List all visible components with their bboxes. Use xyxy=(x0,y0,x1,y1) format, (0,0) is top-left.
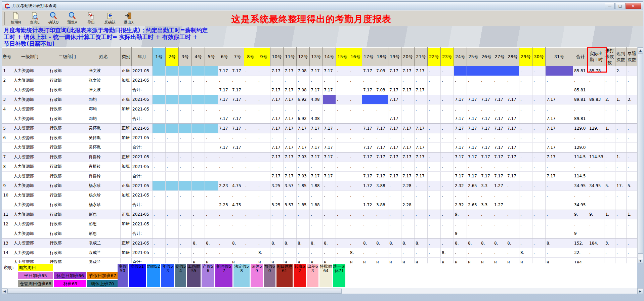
day-cell: . xyxy=(297,162,310,172)
day-cell: 7.17 xyxy=(454,143,467,153)
new-button[interactable]: 新增N xyxy=(6,11,25,26)
day-cell: 1.88 xyxy=(310,200,323,210)
day-cell xyxy=(532,200,546,210)
total-cell: . xyxy=(604,219,615,229)
total-cell: 34.95 xyxy=(573,200,588,210)
day-cell: 7.17 xyxy=(415,124,428,133)
dept2-cell: 行政部 xyxy=(48,85,87,95)
day-cell: 8 xyxy=(454,258,467,264)
close-button[interactable]: × xyxy=(626,3,641,9)
day-cell: . xyxy=(388,76,401,85)
type-cell: 正班 xyxy=(121,66,132,76)
day-cell: . xyxy=(349,210,362,219)
day-cell xyxy=(375,114,388,124)
horizontal-scroll-thumb[interactable] xyxy=(7,289,342,294)
day-cell: . xyxy=(428,162,441,172)
day-cell xyxy=(166,85,179,95)
day-cell: 8 xyxy=(401,258,415,264)
table-row: 人力资源部行政部张文波合计:7.177.177.177.177.087.177.… xyxy=(2,85,638,95)
day-cell: . xyxy=(323,210,336,219)
row-number-cell xyxy=(2,85,12,95)
day-cell: 7.17 xyxy=(218,95,231,104)
table-row: 人力资源部行政部袁成兰合计:88888888888888888888888184 xyxy=(2,258,638,264)
type-cell: 正班 xyxy=(121,181,132,191)
toolbar-grip[interactable] xyxy=(3,12,5,25)
preview-button[interactable]: 预览V xyxy=(63,11,82,26)
unconfirm-button[interactable]: 反确认 xyxy=(100,11,119,26)
day-cell: 1.72 xyxy=(362,181,375,191)
day-cell: . xyxy=(375,190,388,200)
day-cell: . xyxy=(349,162,362,172)
scroll-right-button[interactable]: ▶ xyxy=(637,288,643,294)
confirm-button[interactable]: 确认Q xyxy=(44,11,63,26)
day-cell: 7.17 xyxy=(388,152,401,162)
scroll-up-button[interactable]: ▲ xyxy=(638,47,643,53)
day-cell: 8. xyxy=(310,239,323,248)
legend-item: 调休上班70 xyxy=(87,280,118,287)
day-cell: . xyxy=(428,181,441,191)
query-button[interactable]: 查询L xyxy=(25,11,44,26)
report-grid: 序号一级部门二级部门姓名类别年月1号2号3号4号5号6号7号8号9号10号11号… xyxy=(2,47,637,263)
dept2-cell: 行政部 xyxy=(48,95,87,104)
name-cell: 邓均 xyxy=(87,95,121,104)
day-cell xyxy=(441,143,454,153)
day-cell: . xyxy=(519,133,532,143)
horizontal-scrollbar[interactable]: ◀ ▶ xyxy=(2,288,643,294)
day-cell: 7.17 xyxy=(218,124,231,133)
day-cell: . xyxy=(179,104,192,114)
scroll-left-button[interactable]: ◀ xyxy=(2,288,7,294)
day-cell xyxy=(415,229,428,239)
type-cell xyxy=(121,229,132,239)
total-cell xyxy=(604,258,615,264)
day-cell: 7.08 xyxy=(297,66,310,76)
day-cell: 7.17 xyxy=(467,95,480,104)
day-cell: . xyxy=(336,95,349,104)
column-header: 合计 xyxy=(573,48,588,66)
dept2-cell: 行政部 xyxy=(48,200,87,210)
dept1-cell: 人力资源部 xyxy=(12,181,48,191)
maximize-button[interactable]: □ xyxy=(615,3,625,9)
day-cell: 7.17 xyxy=(401,66,415,76)
day-cell xyxy=(244,258,257,264)
export-button[interactable]: 导出 xyxy=(82,11,100,26)
day-cell xyxy=(257,143,270,153)
day-cell: . xyxy=(284,190,297,200)
day-column-header: 5号 xyxy=(205,48,218,66)
day-cell: . xyxy=(480,210,493,219)
day-column-header: 8号 xyxy=(244,48,257,66)
day-cell: 7.17 xyxy=(231,66,244,76)
day-cell: 1.88 xyxy=(310,181,323,191)
day-cell: 3.3 xyxy=(480,200,493,210)
day-cell: 4.08 xyxy=(310,95,323,104)
titlebar[interactable]: 月度考勤统计表打印查询 — □ × xyxy=(2,1,643,10)
day-cell: 8. xyxy=(284,239,297,248)
day-cell: . xyxy=(153,239,166,248)
day-cell: . xyxy=(415,181,428,191)
day-cell: 7.17 xyxy=(493,152,506,162)
vertical-scroll-thumb[interactable] xyxy=(638,53,643,254)
day-cell: 7.17 xyxy=(362,143,375,153)
scroll-down-button[interactable]: ▼ xyxy=(638,258,643,263)
vertical-scrollbar[interactable]: ▲ ▼ xyxy=(637,47,643,263)
day-cell: . xyxy=(349,219,362,229)
export-icon xyxy=(87,12,95,20)
exit-button[interactable]: 退出X xyxy=(119,11,138,26)
minimize-button[interactable]: — xyxy=(605,3,615,9)
day-cell: . xyxy=(428,190,441,200)
day-cell: 9. xyxy=(454,210,467,219)
day-cell: 8. xyxy=(519,248,532,258)
legend-item: 产假56 xyxy=(202,264,214,287)
query-button-label: 查询L xyxy=(30,20,39,25)
month-cell: 2021-05 xyxy=(132,190,153,200)
row-number-cell: 13 xyxy=(2,239,12,248)
day-cell: 7.17 xyxy=(401,152,415,162)
day-cell: 7.17 xyxy=(415,85,428,95)
day-cell: 7.17 xyxy=(218,114,231,124)
day-cell: . xyxy=(336,152,349,162)
day-cell: 7.17 xyxy=(493,171,506,181)
total-cell: . xyxy=(627,76,638,85)
day-cell: . xyxy=(388,133,401,143)
day-cell: . xyxy=(179,210,192,219)
day-cell: 8 xyxy=(415,258,428,264)
name-cell: 肖摇铃 xyxy=(87,152,121,162)
